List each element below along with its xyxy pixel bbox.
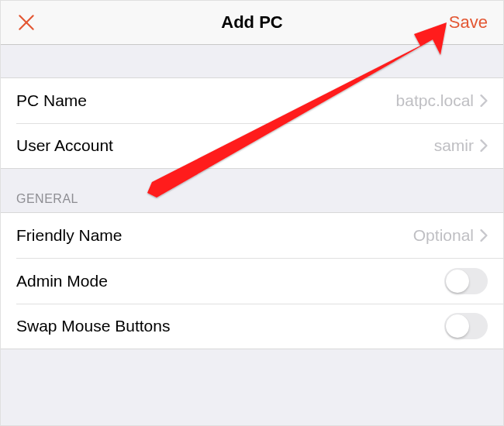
friendly-name-row[interactable]: Friendly Name Optional: [1, 212, 503, 258]
swap-mouse-row: Swap Mouse Buttons: [1, 304, 503, 349]
admin-mode-toggle[interactable]: [444, 268, 488, 294]
user-account-value: samir: [434, 136, 474, 155]
swap-mouse-label: Swap Mouse Buttons: [16, 317, 170, 335]
save-button[interactable]: Save: [426, 12, 488, 33]
chevron-right-icon: [480, 229, 488, 242]
friendly-name-label: Friendly Name: [16, 226, 123, 245]
close-icon[interactable]: [16, 12, 36, 33]
navigation-bar: Add PC Save: [1, 1, 503, 45]
chevron-right-icon: [480, 94, 488, 107]
user-account-row[interactable]: User Account samir: [1, 123, 503, 169]
swap-mouse-toggle[interactable]: [444, 313, 488, 339]
page-title: Add PC: [221, 12, 282, 33]
section-gap: [1, 45, 503, 77]
pc-name-label: PC Name: [16, 91, 87, 110]
pc-name-row[interactable]: PC Name batpc.local: [1, 77, 503, 123]
user-account-label: User Account: [16, 136, 113, 155]
admin-mode-row: Admin Mode: [1, 258, 503, 304]
admin-mode-label: Admin Mode: [16, 272, 108, 290]
chevron-right-icon: [480, 139, 488, 152]
friendly-name-placeholder: Optional: [413, 226, 474, 245]
section-header-general: GENERAL: [1, 169, 503, 212]
pc-name-value: batpc.local: [396, 91, 474, 110]
